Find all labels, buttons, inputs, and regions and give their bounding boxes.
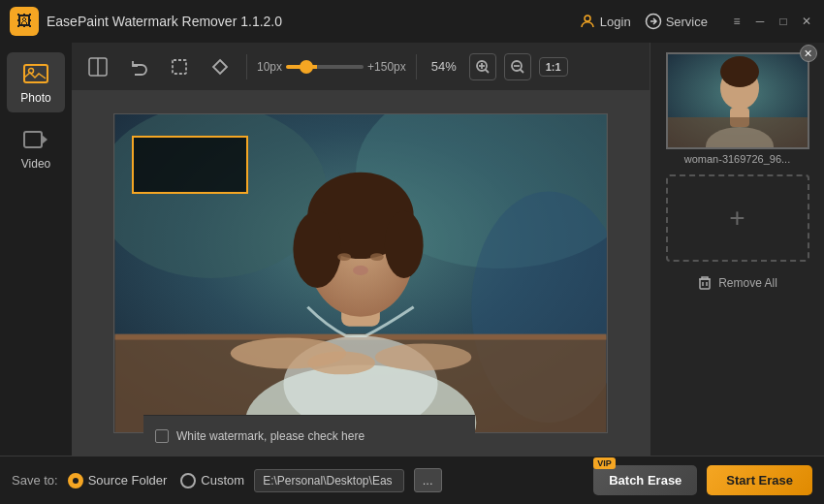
thumbnail-container: ✕ woman-3169726_96...: [666, 52, 809, 165]
sidebar-video-label: Video: [21, 157, 50, 171]
app-logo: 🖼: [10, 7, 39, 36]
thumbnail-close-button[interactable]: ✕: [800, 45, 817, 62]
svg-rect-4: [24, 132, 42, 147]
window-controls: ≡ ─ □ ✕: [729, 14, 814, 29]
undo-button[interactable]: [122, 50, 155, 83]
thumbnail-name: woman-3169726_96...: [666, 153, 809, 165]
brush-slider[interactable]: [286, 65, 364, 69]
sidebar: Photo Video: [0, 43, 72, 456]
brush-min-label: 10px: [257, 60, 282, 74]
main-area: Photo Video: [0, 43, 824, 456]
logo-icon: 🖼: [16, 13, 32, 30]
svg-point-38: [720, 56, 759, 87]
zoom-1to1-button[interactable]: 1:1: [539, 57, 568, 77]
save-to-label: Save to:: [12, 473, 58, 488]
save-location-group: Source Folder Custom: [68, 473, 244, 488]
photo-icon: [20, 60, 51, 87]
split-view-button[interactable]: [81, 50, 114, 83]
zoom-percent: 54%: [427, 59, 461, 74]
canvas-area[interactable]: White watermark, please check here: [72, 91, 650, 456]
batch-erase-label: Batch Erase: [609, 473, 681, 488]
login-label: Login: [600, 15, 631, 29]
menu-button[interactable]: ≡: [729, 14, 745, 29]
login-button[interactable]: Login: [579, 13, 631, 30]
zoom-out-button[interactable]: [504, 53, 531, 80]
svg-point-31: [370, 253, 384, 261]
toolbar-divider: [246, 54, 247, 79]
toolbar-divider2: [416, 54, 417, 79]
path-input[interactable]: [254, 469, 404, 492]
custom-option[interactable]: Custom: [180, 473, 244, 488]
custom-label: Custom: [201, 473, 244, 488]
svg-rect-41: [668, 117, 809, 149]
svg-rect-42: [700, 279, 710, 289]
service-button[interactable]: Service: [645, 13, 708, 30]
svg-marker-5: [42, 135, 48, 144]
source-folder-option[interactable]: Source Folder: [68, 473, 168, 488]
browse-button[interactable]: ...: [414, 468, 442, 492]
brush-size-control: 10px +150px: [257, 60, 406, 74]
remove-all-label: Remove All: [718, 276, 777, 290]
svg-point-32: [353, 266, 368, 275]
custom-radio[interactable]: [180, 473, 196, 488]
svg-point-29: [385, 210, 424, 278]
sidebar-photo-label: Photo: [20, 91, 50, 105]
titlebar: 🖼 EasePaint Watermark Remover 1.1.2.0 Lo…: [0, 0, 824, 43]
white-watermark-bar: White watermark, please check here: [143, 415, 475, 456]
source-folder-radio[interactable]: [68, 473, 83, 488]
bottombar: Save to: Source Folder Custom ... VIP Ba…: [0, 456, 824, 504]
batch-erase-button[interactable]: VIP Batch Erase: [593, 465, 697, 495]
svg-rect-8: [173, 60, 186, 74]
white-watermark-label: White watermark, please check here: [176, 429, 364, 443]
vip-badge: VIP: [593, 457, 616, 469]
watermark-selection[interactable]: [132, 136, 248, 194]
canvas-image: [113, 113, 608, 433]
thumbnail-image: [666, 52, 809, 149]
white-watermark-checkbox[interactable]: [155, 429, 169, 443]
source-folder-label: Source Folder: [88, 473, 168, 488]
sidebar-item-video[interactable]: Video: [7, 118, 65, 178]
svg-point-34: [375, 344, 471, 371]
zoom-in-button[interactable]: [469, 53, 496, 80]
svg-point-0: [585, 16, 590, 21]
svg-point-28: [293, 210, 341, 288]
brush-max-label: +150px: [367, 60, 406, 74]
svg-rect-2: [24, 65, 48, 82]
close-button[interactable]: ✕: [799, 14, 814, 29]
right-panel: ✕ woman-3169726_96... + Remove All: [650, 43, 824, 456]
add-image-button[interactable]: +: [666, 174, 809, 262]
svg-point-30: [337, 253, 351, 261]
content-area: 10px +150px 54% 1:1: [72, 43, 650, 456]
app-title: EasePaint Watermark Remover 1.1.2.0: [47, 14, 571, 29]
svg-line-15: [520, 69, 523, 73]
titlebar-right: Login Service ≡ ─ □ ✕: [579, 13, 814, 30]
brush-button[interactable]: [204, 50, 237, 83]
service-label: Service: [666, 15, 708, 29]
svg-line-11: [485, 69, 489, 73]
remove-all-button[interactable]: Remove All: [697, 275, 777, 291]
maximize-button[interactable]: □: [776, 14, 791, 29]
video-icon: [20, 126, 51, 153]
minimize-button[interactable]: ─: [752, 14, 768, 29]
select-rect-button[interactable]: [163, 50, 196, 83]
toolbar: 10px +150px 54% 1:1: [72, 43, 650, 91]
svg-point-35: [307, 352, 375, 375]
start-erase-button[interactable]: Start Erase: [707, 465, 812, 495]
sidebar-item-photo[interactable]: Photo: [7, 52, 65, 112]
svg-marker-9: [213, 60, 227, 74]
